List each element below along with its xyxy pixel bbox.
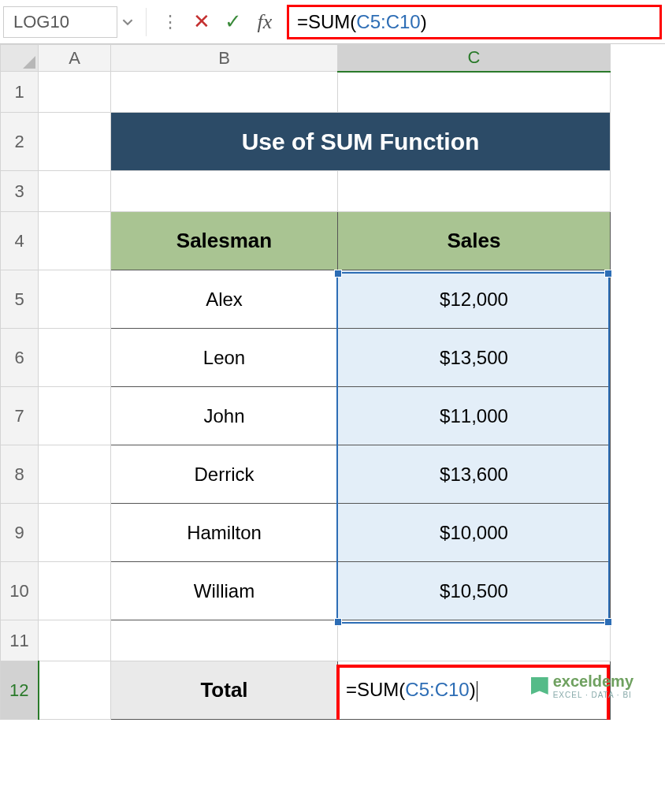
watermark: exceldemy EXCEL · DATA · BI [531,672,633,699]
cell-c6[interactable]: $13,500 [338,329,611,387]
cell-b9[interactable]: Hamilton [111,504,338,562]
enter-icon[interactable]: ✓ [217,6,249,38]
row-head-10[interactable]: 10 [1,562,39,620]
row-head-6[interactable]: 6 [1,329,39,387]
watermark-tag: EXCEL · DATA · BI [553,691,633,699]
logo-icon [531,677,548,695]
select-all-corner[interactable] [1,45,39,72]
col-head-a[interactable]: A [39,45,111,72]
cell-c7[interactable]: $11,000 [338,387,611,445]
row-head-1[interactable]: 1 [1,72,39,113]
cell-formula-suffix: ) [470,679,476,700]
options-icon[interactable]: ⋮ [154,6,186,38]
formula-ref: C5:C10 [356,11,420,33]
row-head-9[interactable]: 9 [1,504,39,562]
row-head-3[interactable]: 3 [1,171,39,212]
cell-formula-ref: C5:C10 [405,679,469,700]
spreadsheet-grid[interactable]: A B C 1 2Use of SUM Function 3 4Salesman… [0,44,665,720]
cell-b12-total-label[interactable]: Total [111,661,338,720]
separator [146,8,147,36]
cell-b8[interactable]: Derrick [111,445,338,504]
row-head-8[interactable]: 8 [1,445,39,504]
row-head-7[interactable]: 7 [1,387,39,445]
cancel-icon[interactable]: ✕ [186,6,217,38]
header-salesman[interactable]: Salesman [111,212,338,270]
cell-c8[interactable]: $13,600 [338,445,611,504]
cell-c9[interactable]: $10,000 [338,504,611,562]
cell-c5[interactable]: $12,000 [338,270,611,329]
cell-formula-prefix: =SUM( [346,679,405,700]
row-head-12[interactable]: 12 [1,661,39,720]
name-box-dropdown-icon[interactable] [117,17,138,28]
row-head-11[interactable]: 11 [1,620,39,661]
name-box[interactable]: LOG10 [3,6,117,38]
col-head-b[interactable]: B [111,45,338,72]
row-head-2[interactable]: 2 [1,113,39,171]
cell-b5[interactable]: Alex [111,270,338,329]
cell-b7[interactable]: John [111,387,338,445]
formula-input[interactable]: =SUM(C5:C10) [287,5,662,39]
cell-b6[interactable]: Leon [111,329,338,387]
watermark-brand: exceldemy [553,672,633,691]
title-cell[interactable]: Use of SUM Function [111,113,611,171]
fx-icon[interactable]: fx [249,6,280,38]
cell-c10[interactable]: $10,500 [338,562,611,620]
row-head-4[interactable]: 4 [1,212,39,270]
cell-b10[interactable]: William [111,562,338,620]
formula-prefix: =SUM( [297,11,356,33]
formula-suffix: ) [421,11,427,33]
row-head-5[interactable]: 5 [1,270,39,329]
col-head-c[interactable]: C [338,45,611,72]
text-cursor [477,681,477,702]
header-sales[interactable]: Sales [338,212,611,270]
formula-bar: LOG10 ⋮ ✕ ✓ fx =SUM(C5:C10) [0,0,665,44]
